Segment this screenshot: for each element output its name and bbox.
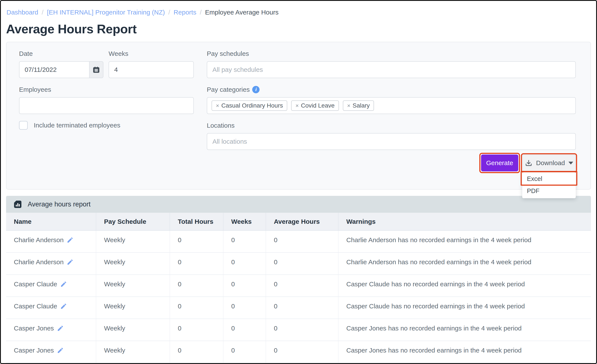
- pay-schedule-cell: Weekly: [96, 341, 170, 363]
- total-hours-cell: 0: [170, 253, 223, 275]
- pay-schedule-cell: Weekly: [96, 319, 170, 341]
- date-input[interactable]: [19, 61, 89, 78]
- table-header-row: Name Pay Schedule Total Hours Weeks Aver…: [6, 213, 591, 230]
- total-hours-cell: 0: [170, 297, 223, 319]
- info-icon[interactable]: i: [252, 86, 259, 93]
- tag-label: Covid Leave: [301, 102, 335, 109]
- weeks-cell: 0: [223, 297, 266, 319]
- pay-schedule-cell: Weekly: [96, 253, 170, 275]
- report-section-title: Average hours report: [28, 200, 91, 208]
- breadcrumb-reports[interactable]: Reports: [174, 9, 196, 16]
- table-row: Charlie Anderson Weekly 0 0 0 Charlie An…: [6, 253, 591, 275]
- breadcrumb-separator: /: [168, 9, 170, 16]
- pencil-icon[interactable]: [57, 325, 64, 332]
- weeks-cell: 0: [223, 319, 266, 341]
- col-weeks: Weeks: [223, 213, 266, 230]
- remove-tag-icon[interactable]: ×: [347, 102, 350, 109]
- average-hours-cell: 0: [266, 253, 338, 275]
- warnings-cell: Charlie Anderson has no recorded earning…: [338, 253, 591, 275]
- pencil-icon[interactable]: [67, 237, 74, 244]
- table-row: Casper Jones Weekly 0 0 0 Casper Jones h…: [6, 319, 591, 341]
- warnings-cell: Casper Jones has no recorded earnings in…: [338, 319, 591, 341]
- breadcrumb-separator: /: [200, 9, 202, 16]
- download-button-label: Download: [536, 159, 565, 167]
- table-row: Casper Claude Weekly 0 0 0 Casper Claude…: [6, 297, 591, 319]
- total-hours-cell: 0: [170, 341, 223, 363]
- col-pay-schedule: Pay Schedule: [96, 213, 170, 230]
- pay-schedule-cell: Weekly: [96, 230, 170, 253]
- pay-schedule-cell: Weekly: [96, 275, 170, 297]
- weeks-cell: 0: [223, 341, 266, 363]
- col-warnings: Warnings: [338, 213, 591, 230]
- pencil-icon[interactable]: [57, 347, 64, 354]
- average-hours-cell: 0: [266, 319, 338, 341]
- warnings-cell: Casper Jones has no recorded earnings in…: [338, 341, 591, 363]
- date-label: Date: [19, 49, 103, 58]
- breadcrumb-business[interactable]: [EH INTERNAL] Progenitor Training (NZ): [47, 9, 165, 16]
- weeks-input[interactable]: [109, 61, 194, 78]
- pencil-icon[interactable]: [60, 281, 67, 288]
- breadcrumb: Dashboard / [EH INTERNAL] Progenitor Tra…: [1, 1, 596, 16]
- table-body: Charlie Anderson Weekly 0 0 0 Charlie An…: [6, 230, 591, 363]
- total-hours-cell: 0: [170, 319, 223, 341]
- download-menu-item-pdf[interactable]: PDF: [522, 185, 576, 197]
- col-name: Name: [6, 213, 96, 230]
- table-row: Casper Claude Weekly 0 0 0 Casper Claude…: [6, 275, 591, 297]
- report-filters-panel: Date: [6, 42, 591, 190]
- warnings-cell: Casper Claude has no recorded earnings i…: [338, 297, 591, 319]
- tag-label: Casual Ordinary Hours: [221, 102, 283, 109]
- employee-name: Charlie Anderson: [14, 258, 63, 266]
- employees-input[interactable]: [19, 97, 194, 114]
- download-menu: Excel PDF: [522, 172, 576, 198]
- employee-name: Casper Jones: [14, 347, 54, 354]
- employees-label: Employees: [19, 86, 194, 94]
- generate-button[interactable]: Generate: [481, 155, 518, 171]
- table-row: Charlie Anderson Weekly 0 0 0 Charlie An…: [6, 230, 591, 253]
- pencil-icon[interactable]: [67, 259, 74, 266]
- average-hours-cell: 0: [266, 275, 338, 297]
- locations-input[interactable]: [207, 133, 576, 150]
- locations-label: Locations: [207, 121, 576, 130]
- pay-categories-input[interactable]: × Casual Ordinary Hours × Covid Leave × …: [207, 97, 576, 114]
- weeks-label: Weeks: [109, 49, 194, 58]
- breadcrumb-current: Employee Average Hours: [205, 9, 279, 16]
- tag-salary[interactable]: × Salary: [343, 100, 374, 111]
- tag-label: Salary: [353, 102, 370, 109]
- caret-down-icon: [568, 162, 573, 165]
- report-chart-icon: [13, 199, 23, 209]
- pencil-icon[interactable]: [60, 303, 67, 310]
- remove-tag-icon[interactable]: ×: [296, 102, 299, 109]
- pay-categories-label: Pay categories i: [207, 86, 576, 94]
- total-hours-cell: 0: [170, 275, 223, 297]
- tag-casual-ordinary-hours[interactable]: × Casual Ordinary Hours: [212, 100, 287, 111]
- tag-covid-leave[interactable]: × Covid Leave: [291, 100, 339, 111]
- average-hours-cell: 0: [266, 297, 338, 319]
- download-icon: [525, 159, 533, 167]
- include-terminated-checkbox[interactable]: [19, 121, 28, 130]
- employee-name: Casper Claude: [14, 280, 57, 288]
- include-terminated-label: Include terminated employees: [34, 122, 120, 129]
- warnings-cell: Casper Claude has no recorded earnings i…: [338, 275, 591, 297]
- average-hours-table: Name Pay Schedule Total Hours Weeks Aver…: [6, 213, 591, 363]
- average-hours-cell: 0: [266, 341, 338, 363]
- total-hours-cell: 0: [170, 230, 223, 253]
- download-button[interactable]: Download: [522, 155, 576, 171]
- weeks-cell: 0: [223, 275, 266, 297]
- pay-schedule-cell: Weekly: [96, 297, 170, 319]
- page-title: Average Hours Report: [6, 22, 596, 36]
- calendar-icon[interactable]: [89, 61, 103, 78]
- weeks-cell: 0: [223, 253, 266, 275]
- report-section: Average hours report Name Pay Schedule T…: [6, 196, 591, 363]
- breadcrumb-dashboard[interactable]: Dashboard: [7, 9, 38, 16]
- remove-tag-icon[interactable]: ×: [216, 102, 219, 109]
- pay-schedules-input[interactable]: [207, 61, 576, 78]
- table-row: Casper Jones Weekly 0 0 0 Casper Jones h…: [6, 341, 591, 363]
- pay-categories-label-text: Pay categories: [207, 86, 250, 94]
- report-section-header: Average hours report: [6, 196, 591, 213]
- download-menu-item-excel[interactable]: Excel: [522, 173, 576, 185]
- warnings-cell: Charlie Anderson has no recorded earning…: [338, 230, 591, 253]
- breadcrumb-separator: /: [42, 9, 43, 16]
- employee-name: Charlie Anderson: [14, 236, 63, 244]
- col-total-hours: Total Hours: [170, 213, 223, 230]
- weeks-cell: 0: [223, 230, 266, 253]
